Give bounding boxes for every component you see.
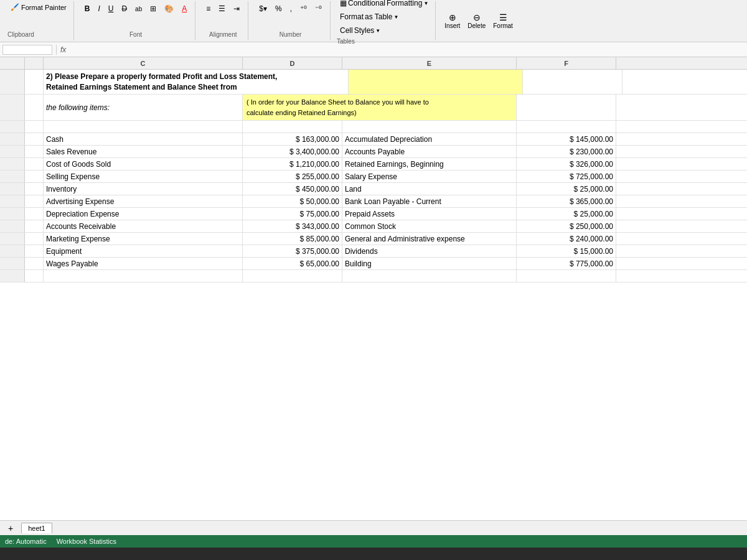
- cell-c[interactable]: Equipment: [44, 245, 243, 257]
- cell-d[interactable]: $ 3,400,000.00: [243, 146, 342, 157]
- cell-d3[interactable]: [243, 121, 342, 133]
- cell-b[interactable]: [25, 70, 44, 94]
- cell-f[interactable]: $ 145,000.00: [517, 133, 616, 145]
- cell-e[interactable]: Bank Loan Payable - Current: [342, 195, 517, 207]
- format-as-table-button[interactable]: Format as Table ▼: [337, 11, 402, 23]
- cell-b[interactable]: [25, 133, 44, 145]
- cell-f[interactable]: $ 230,000.00: [517, 146, 616, 157]
- conditional-formatting-button[interactable]: ▦ Conditional Formatting ▼: [337, 0, 431, 9]
- cell-d[interactable]: $ 450,000.00: [243, 183, 342, 195]
- cell-f[interactable]: $ 25,000.00: [517, 183, 616, 195]
- cell-b[interactable]: [25, 233, 44, 245]
- cell-c[interactable]: Accounts Receivable: [44, 220, 243, 232]
- cell-c[interactable]: Sales Revenue: [44, 146, 243, 157]
- name-box[interactable]: [2, 45, 52, 55]
- cell-b2[interactable]: [25, 95, 44, 120]
- cell-c3[interactable]: [44, 121, 243, 133]
- formula-input[interactable]: [71, 45, 745, 54]
- cell-e3[interactable]: [342, 121, 517, 133]
- cell-e[interactable]: General and Administrative expense: [342, 233, 517, 245]
- insert-button[interactable]: ⊕ Insert: [442, 11, 463, 30]
- italic-button[interactable]: I: [95, 2, 103, 15]
- col-header-f[interactable]: F: [517, 57, 616, 69]
- cell-e[interactable]: Accounts Payable: [342, 146, 517, 157]
- cell-f[interactable]: [517, 270, 616, 282]
- col-header-b[interactable]: [25, 57, 44, 69]
- cell-d[interactable]: $ 1,210,000.00: [243, 158, 342, 170]
- bold-button[interactable]: B: [82, 2, 93, 15]
- align-center-button[interactable]: ☰: [215, 2, 228, 15]
- cell-e[interactable]: Common Stock: [342, 220, 517, 232]
- fill-color-button[interactable]: 🎨: [161, 2, 177, 15]
- cell-e[interactable]: Retained Earnings, Beginning: [342, 158, 517, 170]
- cell-e[interactable]: Building: [342, 258, 517, 269]
- cell-d[interactable]: $ 255,000.00: [243, 170, 342, 182]
- cell-c[interactable]: Depreciation Expense: [44, 208, 243, 220]
- cell-c[interactable]: Selling Expense: [44, 170, 243, 182]
- col-header-e[interactable]: E: [342, 57, 517, 69]
- cell-b[interactable]: [25, 220, 44, 232]
- decimal-increase-button[interactable]: ⁺⁰: [297, 2, 310, 15]
- cell-c[interactable]: Cost of Goods Sold: [44, 158, 243, 170]
- comma-button[interactable]: ,: [287, 2, 295, 15]
- font-size-button[interactable]: ab: [132, 4, 145, 14]
- currency-button[interactable]: $▾: [256, 2, 270, 15]
- cell-d[interactable]: $ 163,000.00: [243, 133, 342, 145]
- cell-styles-button[interactable]: Cell Styles ▼: [337, 24, 383, 37]
- borders-button[interactable]: ⊞: [147, 2, 159, 15]
- percent-button[interactable]: %: [272, 2, 285, 15]
- cell-b[interactable]: [25, 245, 44, 257]
- cell-f[interactable]: $ 250,000.00: [517, 220, 616, 232]
- cell-f3[interactable]: [517, 121, 616, 133]
- cell-e[interactable]: Salary Expense: [342, 170, 517, 182]
- cell-c[interactable]: Wages Payable: [44, 258, 243, 269]
- cell-d[interactable]: $ 65,000.00: [243, 258, 342, 269]
- cell-b[interactable]: [25, 183, 44, 195]
- cell-f[interactable]: $ 365,000.00: [517, 195, 616, 207]
- cell-d[interactable]: [243, 270, 342, 282]
- underline-button[interactable]: U: [105, 2, 117, 15]
- col-header-d[interactable]: D: [243, 57, 342, 69]
- cell-c[interactable]: Advertising Expense: [44, 195, 243, 207]
- cell-c-following[interactable]: the following items:: [44, 95, 243, 120]
- sheet-tab[interactable]: heet1: [21, 523, 52, 533]
- cell-f[interactable]: $ 15,000.00: [517, 245, 616, 257]
- cell-e[interactable]: [342, 270, 517, 282]
- cell-f-header[interactable]: [523, 70, 622, 94]
- cell-d[interactable]: $ 375,000.00: [243, 245, 342, 257]
- cell-d[interactable]: $ 50,000.00: [243, 195, 342, 207]
- format-painter-button[interactable]: 🖌️ Format Painter: [7, 1, 70, 13]
- cell-c[interactable]: [44, 270, 243, 282]
- cell-b[interactable]: [25, 170, 44, 182]
- cell-d[interactable]: $ 75,000.00: [243, 208, 342, 220]
- cell-f[interactable]: $ 240,000.00: [517, 233, 616, 245]
- cell-e[interactable]: Land: [342, 183, 517, 195]
- format-button[interactable]: ☰ Format: [491, 11, 515, 30]
- cell-c-header[interactable]: 2) Please Prepare a properly formated Pr…: [44, 70, 349, 94]
- col-header-c[interactable]: C: [44, 57, 243, 69]
- font-color-button[interactable]: A: [179, 2, 190, 15]
- cell-b[interactable]: [25, 146, 44, 157]
- cell-e[interactable]: Prepaid Assets: [342, 208, 517, 220]
- delete-button[interactable]: ⊖ Delete: [465, 11, 488, 30]
- cell-f[interactable]: $ 326,000.00: [517, 158, 616, 170]
- cell-b3[interactable]: [25, 121, 44, 133]
- cell-b[interactable]: [25, 270, 44, 282]
- cell-c[interactable]: Cash: [44, 133, 243, 145]
- cell-d[interactable]: $ 85,000.00: [243, 233, 342, 245]
- cell-c[interactable]: Inventory: [44, 183, 243, 195]
- indent-button[interactable]: ⇥: [230, 2, 243, 15]
- cell-b[interactable]: [25, 208, 44, 220]
- cell-b[interactable]: [25, 258, 44, 269]
- cell-e[interactable]: Dividends: [342, 245, 517, 257]
- cell-e[interactable]: Accumulated Depreciation: [342, 133, 517, 145]
- cell-c[interactable]: Marketing Expense: [44, 233, 243, 245]
- cell-b[interactable]: [25, 158, 44, 170]
- cell-f[interactable]: $ 725,000.00: [517, 170, 616, 182]
- add-sheet-button[interactable]: +: [5, 523, 16, 534]
- strikethrough-button[interactable]: D: [118, 2, 130, 15]
- cell-b[interactable]: [25, 195, 44, 207]
- cell-f[interactable]: $ 775,000.00: [517, 258, 616, 269]
- cell-d[interactable]: $ 343,000.00: [243, 220, 342, 232]
- cell-f2[interactable]: [517, 95, 616, 120]
